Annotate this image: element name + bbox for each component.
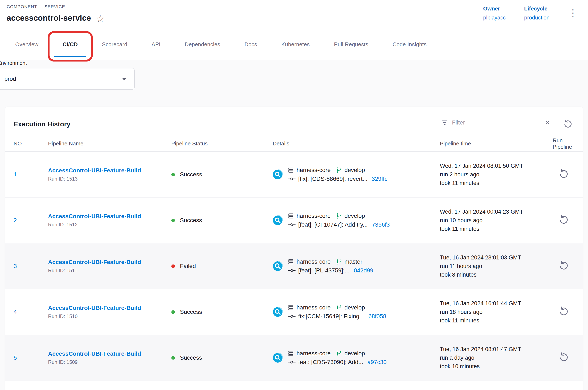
col-run-pipeline: Run Pipeline xyxy=(553,137,574,150)
clear-filter-icon[interactable]: ✕ xyxy=(545,119,550,126)
pipeline-took: took 8 minutes xyxy=(440,271,553,279)
pipeline-logo-icon xyxy=(273,169,283,180)
pipeline-status-cell: Failed xyxy=(171,263,273,269)
pipeline-took: took 11 minutes xyxy=(440,179,553,188)
row-number[interactable]: 2 xyxy=(14,217,48,224)
table-row: 1 AccessControl-UBI-Feature-Build Run ID… xyxy=(5,152,583,197)
pipeline-logo-icon xyxy=(273,307,283,317)
pipeline-logo-icon xyxy=(273,215,283,225)
pipeline-time-cell: Tue, 16 Jan 2024 08:01:47 GMT run a day … xyxy=(440,345,553,371)
run-id: Run ID: 1513 xyxy=(48,176,171,182)
table-row: 5 AccessControl-UBI-Feature-Build Run ID… xyxy=(5,335,583,381)
pipeline-name-link[interactable]: AccessControl-UBI-Feature-Build xyxy=(48,167,141,174)
section-title: Execution History xyxy=(14,120,70,128)
git-commit-icon xyxy=(288,223,296,227)
table-body: 1 AccessControl-UBI-Feature-Build Run ID… xyxy=(5,152,583,381)
status-label: Success xyxy=(180,309,202,315)
repo-branch-line: harness-core develop xyxy=(288,304,386,311)
branch-name: develop xyxy=(344,350,365,357)
tab-api[interactable]: API xyxy=(139,32,173,57)
repo-name: harness-core xyxy=(297,213,331,219)
commit-message: [feat]: [CI-10747]: Add try... xyxy=(298,221,368,228)
pipeline-name-link[interactable]: AccessControl-UBI-Feature-Build xyxy=(48,350,141,357)
row-number[interactable]: 1 xyxy=(14,171,48,178)
git-branch-icon xyxy=(336,350,342,356)
tab-kubernetes[interactable]: Kubernetes xyxy=(269,32,322,57)
commit-sha-link[interactable]: 7356f3 xyxy=(372,221,390,228)
owner-link[interactable]: plplayacc xyxy=(483,14,506,21)
filter-input[interactable] xyxy=(452,119,541,126)
status-dot xyxy=(171,219,175,222)
repo-name: harness-core xyxy=(297,167,331,173)
commit-sha-link[interactable]: 329ffc xyxy=(372,176,387,182)
pipeline-status-cell: Success xyxy=(171,354,273,361)
commit-line: fix:[CCM-15649]: Fixing... 68f058 xyxy=(288,313,386,320)
git-commit-icon xyxy=(288,314,296,318)
run-id: Run ID: 1511 xyxy=(48,268,171,273)
commit-line: [feat]: [CI-10747]: Add try... 7356f3 xyxy=(288,221,390,228)
git-commit-icon xyxy=(288,268,296,273)
pipeline-time-cell: Tue, 16 Jan 2024 16:01:44 GMT run 18 hou… xyxy=(440,299,553,325)
commit-sha-link[interactable]: 68f058 xyxy=(368,313,386,320)
pipeline-ran: run 2 hours ago xyxy=(440,170,553,179)
run-pipeline-icon[interactable] xyxy=(558,215,569,225)
run-pipeline-icon[interactable] xyxy=(558,352,569,363)
run-pipeline-icon[interactable] xyxy=(558,306,569,317)
commit-line: [fix]: [CDS-88669]: revert... 329ffc xyxy=(288,176,387,182)
tab-pull-requests[interactable]: Pull Requests xyxy=(322,32,380,57)
tab-dependencies[interactable]: Dependencies xyxy=(173,32,232,57)
details-lines: harness-core develop [feat]: [CI-10747]: xyxy=(288,213,390,228)
table-row: 2 AccessControl-UBI-Feature-Build Run ID… xyxy=(5,197,583,243)
pipeline-ran: run 10 hours ago xyxy=(440,216,553,225)
chevron-down-icon xyxy=(122,78,126,80)
status-label: Failed xyxy=(180,263,196,269)
lifecycle-block: Lifecycle production xyxy=(524,5,549,21)
pipeline-took: took 11 minutes xyxy=(440,225,553,233)
run-pipeline-icon[interactable] xyxy=(558,260,569,271)
tab-cicd[interactable]: CI/CD xyxy=(51,32,90,57)
branch-name: develop xyxy=(344,213,365,219)
status-dot xyxy=(171,310,175,314)
col-no: NO xyxy=(14,140,48,147)
repo-branch-line: harness-core develop xyxy=(288,167,387,173)
pipeline-name-link[interactable]: AccessControl-UBI-Feature-Build xyxy=(48,305,141,311)
pipeline-name-link[interactable]: AccessControl-UBI-Feature-Build xyxy=(48,259,141,265)
kebab-menu-icon[interactable]: ⋮ xyxy=(568,8,578,18)
commit-sha-link[interactable]: 042d99 xyxy=(354,267,373,274)
pipeline-date: Tue, 16 Jan 2024 16:01:44 GMT xyxy=(440,299,553,308)
tab-bar: Overview CI/CD Scorecard API Dependencie… xyxy=(0,32,588,57)
commit-message: [fix]: [CDS-88669]: revert... xyxy=(298,176,367,182)
row-number[interactable]: 4 xyxy=(14,309,48,315)
git-branch-icon xyxy=(336,213,342,219)
lifecycle-label: Lifecycle xyxy=(524,5,549,12)
repo-branch-line: harness-core master xyxy=(288,258,373,265)
status-label: Success xyxy=(180,171,202,178)
favorite-star-icon[interactable]: ☆ xyxy=(96,14,105,23)
tab-overview[interactable]: Overview xyxy=(3,32,51,57)
tab-code-insights[interactable]: Code Insights xyxy=(381,32,439,57)
pipeline-name-link[interactable]: AccessControl-UBI-Feature-Build xyxy=(48,213,141,220)
repo-branch-line: harness-core develop xyxy=(288,350,387,357)
col-details: Details xyxy=(273,140,440,147)
details-cell: harness-core develop feat: [CDS-73090]: xyxy=(273,350,440,366)
git-commit-icon xyxy=(288,177,296,181)
pipeline-ran: run a day ago xyxy=(440,354,553,362)
run-pipeline-icon[interactable] xyxy=(558,169,569,179)
run-id: Run ID: 1510 xyxy=(48,313,171,319)
refresh-icon[interactable] xyxy=(563,119,573,129)
header-left: COMPONENT — SERVICE accesscontrol-servic… xyxy=(7,4,105,23)
commit-message: feat: [CDS-73090]: Add... xyxy=(298,359,363,366)
pipeline-date: Wed, 17 Jan 2024 00:04:23 GMT xyxy=(440,207,553,216)
col-pipeline-name: Pipeline Name xyxy=(48,140,171,147)
lifecycle-link[interactable]: production xyxy=(524,14,549,21)
row-number[interactable]: 5 xyxy=(14,354,48,361)
tab-scorecard[interactable]: Scorecard xyxy=(90,32,139,57)
environment-select[interactable]: prod xyxy=(0,68,135,90)
pipeline-time-cell: Wed, 17 Jan 2024 08:01:50 GMT run 2 hour… xyxy=(440,162,553,188)
details-cell: harness-core develop fix:[CCM-15649]: Fi xyxy=(273,304,440,320)
breadcrumb: COMPONENT — SERVICE xyxy=(7,4,105,9)
row-number[interactable]: 3 xyxy=(14,263,48,269)
commit-sha-link[interactable]: a97c30 xyxy=(367,359,387,366)
tab-docs[interactable]: Docs xyxy=(232,32,269,57)
pipeline-logo-icon xyxy=(273,261,283,271)
